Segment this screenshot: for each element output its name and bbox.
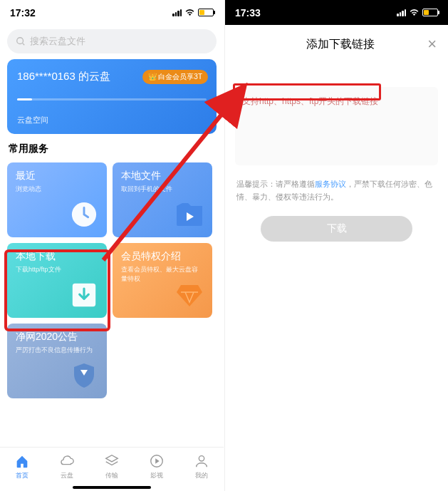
hint-text: 温馨提示：请严格遵循服务协议，严禁下载任何涉密、色情、暴力、侵权等违法行为。 [236, 178, 437, 203]
home-indicator [73, 486, 151, 489]
terms-link[interactable]: 服务协议 [315, 180, 346, 188]
status-bar-left: 17:32 [0, 0, 224, 25]
diamond-icon [175, 281, 204, 309]
status-time: 17:32 [10, 7, 36, 19]
svg-point-5 [199, 455, 204, 460]
close-icon[interactable]: × [427, 35, 437, 53]
wifi-icon [409, 9, 420, 16]
modal-title: 添加下载链接 [254, 37, 427, 52]
bottom-tabs: 首页 云盘 传输 影视 我的 [0, 447, 224, 491]
tab-home[interactable]: 首页 [14, 453, 30, 480]
search-input[interactable]: 搜索云盘文件 [7, 29, 217, 53]
battery-icon [422, 9, 438, 16]
tile-title: 本地文件 [121, 170, 204, 182]
shield-icon [70, 361, 98, 390]
download-button[interactable]: 下载 [261, 216, 412, 242]
tile-subtitle: 浏览动态 [16, 185, 98, 194]
tile-local-file[interactable]: 本地文件 取回到手机的文件 [113, 162, 212, 237]
person-icon [194, 453, 209, 469]
status-bar-right: 17:33 [225, 0, 448, 25]
cloud-space-label: 云盘空间 [17, 115, 48, 125]
add-link-screen: 17:33 添加下载链接 × 支持http、https、ftp开头的下载链接 温… [224, 0, 448, 491]
link-input[interactable]: 支持http、https、ftp开头的下载链接 [235, 87, 438, 165]
section-title: 常用服务 [9, 143, 215, 155]
video-icon [149, 453, 165, 469]
tile-title: 会员特权介绍 [121, 250, 204, 263]
tile-subtitle: 严厉打击不良信息传播行为 [16, 346, 98, 355]
transfer-icon [104, 453, 120, 469]
wifi-icon [184, 9, 195, 16]
folder-play-icon [175, 200, 204, 229]
modal-header: 添加下载链接 × [225, 25, 448, 64]
svg-point-0 [17, 38, 24, 44]
home-screen: 17:32 搜索云盘文件 186****0163 的云盘 👑 白金会员享3T 云… [0, 0, 224, 491]
tab-cloud[interactable]: 云盘 [59, 453, 75, 480]
signal-icon [397, 9, 406, 16]
signal-icon [172, 9, 182, 16]
home-icon [14, 453, 30, 469]
input-placeholder: 支持http、https、ftp开头的下载链接 [242, 96, 378, 106]
tile-title: 本地下载 [16, 250, 98, 263]
status-time: 17:33 [235, 7, 261, 19]
clock-icon [70, 200, 98, 229]
tile-notice[interactable]: 净网2020公告 严厉打击不良信息传播行为 [7, 324, 107, 398]
battery-icon [198, 9, 214, 16]
service-tiles: 最近 浏览动态 本地文件 取回到手机的文件 本地下载 下载http/ftp文件 … [0, 162, 224, 398]
status-indicators [172, 9, 214, 16]
tile-local-download[interactable]: 本地下载 下载http/ftp文件 [7, 243, 107, 318]
tile-subtitle: 取回到手机的文件 [121, 185, 204, 194]
tab-video[interactable]: 影视 [149, 453, 165, 480]
search-icon [16, 36, 26, 46]
download-icon [70, 281, 98, 309]
cloud-icon [59, 453, 75, 469]
tile-recent[interactable]: 最近 浏览动态 [7, 162, 107, 237]
platinum-badge[interactable]: 👑 白金会员享3T [142, 70, 208, 84]
tile-title: 最近 [16, 170, 98, 182]
storage-progress [17, 98, 207, 100]
tile-vip[interactable]: 会员特权介绍 查看会员特权、最大云盘容量特权 [113, 243, 212, 318]
tab-me[interactable]: 我的 [194, 453, 209, 480]
svg-line-1 [23, 43, 25, 46]
tile-title: 净网2020公告 [16, 331, 98, 343]
tab-transfer[interactable]: 传输 [104, 453, 120, 480]
tile-subtitle: 下载http/ftp文件 [16, 265, 98, 274]
cloud-card[interactable]: 186****0163 的云盘 👑 白金会员享3T 云盘空间 [7, 59, 217, 134]
search-placeholder: 搜索云盘文件 [30, 35, 85, 48]
status-indicators [397, 9, 438, 16]
